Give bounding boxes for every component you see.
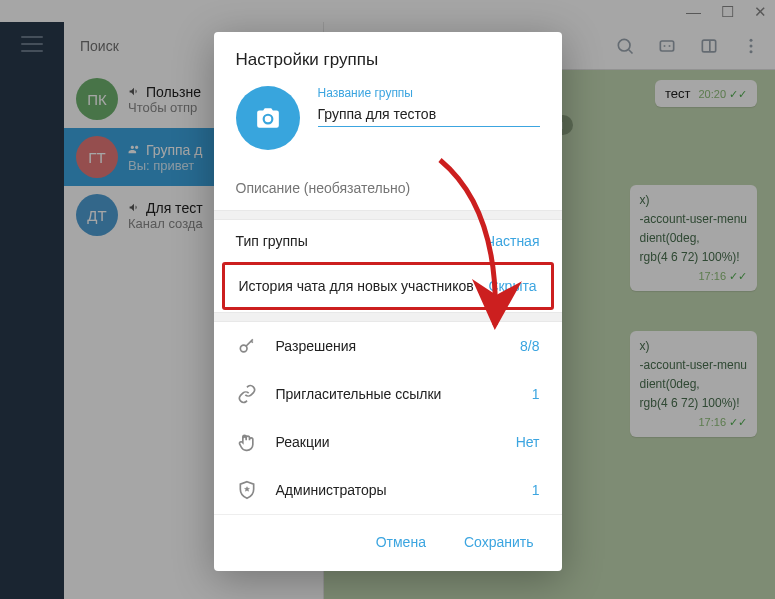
cancel-button[interactable]: Отмена (362, 527, 440, 557)
admins-row[interactable]: Администраторы 1 (214, 466, 562, 514)
save-button[interactable]: Сохранить (450, 527, 548, 557)
key-icon (236, 335, 258, 357)
hand-icon (236, 431, 258, 453)
modal-overlay[interactable]: Настройки группы Название группы Тип гру… (0, 0, 775, 599)
description-input[interactable] (214, 166, 562, 210)
chat-history-row[interactable]: История чата для новых участников Скрыта (225, 265, 551, 307)
link-icon (236, 383, 258, 405)
invite-links-row[interactable]: Пригласительные ссылки 1 (214, 370, 562, 418)
camera-icon (254, 105, 282, 131)
modal-title: Настройки группы (214, 32, 562, 82)
group-name-input[interactable] (318, 103, 540, 127)
svg-point-10 (240, 345, 247, 352)
shield-star-icon (236, 479, 258, 501)
group-settings-modal: Настройки группы Название группы Тип гру… (214, 32, 562, 571)
reactions-row[interactable]: Реакции Нет (214, 418, 562, 466)
group-type-row[interactable]: Тип группы Частная (214, 220, 562, 262)
group-photo-button[interactable] (236, 86, 300, 150)
permissions-row[interactable]: Разрешения 8/8 (214, 322, 562, 370)
group-name-label: Название группы (318, 86, 540, 100)
highlight-annotation: История чата для новых участников Скрыта (222, 262, 554, 310)
